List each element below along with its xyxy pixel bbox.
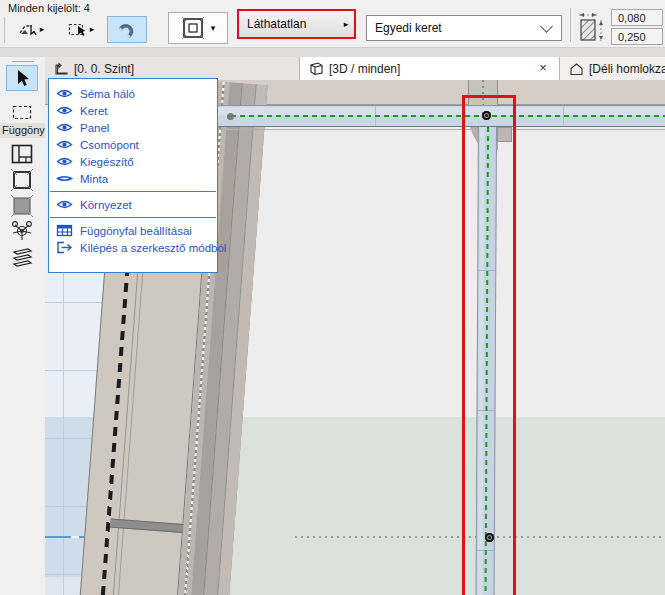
tab-label: [0. 0. Szint]	[74, 62, 134, 76]
junction-icon	[11, 220, 33, 242]
menu-item-kiegeszito[interactable]: Kiegészítő	[49, 153, 217, 170]
eye-closed-icon	[56, 173, 73, 184]
view-tab-bar: [0. 0. Szint] [3D / minden] × [Déli homl…	[45, 57, 665, 80]
elevation-icon	[569, 62, 584, 76]
dropdown-arrow-icon: ▾	[211, 24, 216, 33]
marquee-icon	[12, 105, 32, 120]
arrow-cursor-icon	[14, 69, 30, 87]
junction-tool[interactable]	[7, 219, 37, 243]
archicad-window: Minden kijelölt: 4 ▸ ▸	[0, 0, 665, 595]
hotspot-node[interactable]	[482, 111, 491, 120]
menu-separator	[50, 217, 216, 218]
lasso-select-button[interactable]: ▸	[8, 16, 54, 43]
frame-profile-button[interactable]: ▾	[168, 12, 228, 44]
hotspot-node[interactable]	[485, 533, 494, 542]
menu-separator	[50, 191, 216, 192]
toolbar-separator	[4, 17, 5, 43]
tab-elevation[interactable]: [Déli homlokza	[560, 57, 665, 80]
panel-icon	[10, 195, 34, 217]
select-arrow-tool[interactable]	[7, 66, 37, 90]
scheme-grid-tool[interactable]	[7, 142, 37, 166]
tab-label: [Déli homlokza	[589, 62, 665, 76]
visibility-context-menu: Séma háló Keret Panel Csomópont Kiegészí…	[48, 78, 218, 273]
menu-item-keret[interactable]: Keret	[49, 102, 217, 119]
marquee-select-icon	[68, 22, 88, 38]
marquee-select-button[interactable]: ▸	[58, 16, 104, 43]
close-icon[interactable]: ×	[535, 60, 551, 76]
toolbar-separator	[570, 8, 571, 42]
selection-highlight-rect	[462, 95, 516, 595]
magnet-icon	[117, 21, 137, 39]
floor-plan-icon	[54, 62, 69, 76]
eye-open-icon	[56, 156, 73, 167]
menu-item-kilepes[interactable]: Kilépés a szerkesztő módból	[49, 239, 217, 256]
settings-table-icon	[56, 224, 73, 237]
flyout-arrow-icon: ▸	[40, 25, 45, 34]
eye-open-icon	[56, 88, 73, 99]
flyout-arrow-icon: ▸	[90, 25, 95, 34]
member-end-node[interactable]	[227, 113, 234, 120]
eye-open-icon	[56, 139, 73, 150]
selection-status: Minden kijelölt: 4	[8, 2, 90, 14]
lasso-select-icon	[18, 22, 38, 38]
menu-item-kornyezet[interactable]: Környezet	[49, 196, 217, 213]
frame-dimension-icon	[577, 10, 607, 44]
exit-icon	[56, 241, 73, 254]
tab-floor-plan[interactable]: [0. 0. Szint]	[45, 57, 300, 80]
marquee-tool[interactable]	[7, 100, 37, 124]
frame-tool[interactable]	[7, 168, 37, 192]
frame-profile-icon	[181, 16, 205, 40]
toolbox-sidebar: Függöny	[0, 57, 45, 595]
accessory-icon	[10, 247, 34, 267]
menu-item-fuggonyfal-beallitasai[interactable]: Függönyfal beállításai	[49, 222, 217, 239]
visibility-dropdown[interactable]: Láthatatlan ▸	[237, 9, 356, 39]
magnet-toggle-button[interactable]	[107, 16, 147, 43]
story-dotted-line	[497, 536, 665, 538]
scheme-grid-icon	[11, 144, 33, 164]
chevron-down-icon	[540, 20, 553, 33]
eye-open-icon	[56, 105, 73, 116]
toolbar-lower-band	[0, 47, 665, 57]
visibility-dropdown-value: Láthatatlan	[239, 17, 338, 31]
story-dotted-line	[295, 536, 478, 538]
menu-item-csomopont[interactable]: Csomópont	[49, 136, 217, 153]
toolbox-section-label: Függöny	[0, 123, 45, 138]
cube-icon	[309, 61, 324, 76]
menu-item-panel[interactable]: Panel	[49, 119, 217, 136]
flyout-arrow-icon: ▸	[338, 19, 354, 29]
panel-tool[interactable]	[7, 194, 37, 218]
tab-label: [3D / minden]	[329, 62, 400, 76]
slab-edge	[110, 519, 183, 533]
frame-class-select[interactable]: Egyedi keret	[366, 15, 562, 41]
eye-open-icon	[56, 199, 73, 210]
menu-item-sema-halo[interactable]: Séma háló	[49, 85, 217, 102]
accessory-tool[interactable]	[7, 245, 37, 269]
frame-tool-icon	[10, 169, 34, 191]
eye-open-icon	[56, 122, 73, 133]
toolbox-divider	[12, 61, 34, 62]
menu-item-minta[interactable]: Minta	[49, 170, 217, 187]
frame-depth-field[interactable]	[611, 28, 663, 45]
tab-3d-view[interactable]: [3D / minden] ×	[300, 57, 560, 80]
scheme-grid-line	[63, 220, 64, 595]
selection-reference-line	[231, 115, 665, 117]
frame-width-field[interactable]	[611, 9, 663, 26]
frame-class-value: Egyedi keret	[367, 21, 542, 35]
top-toolbar: Minden kijelölt: 4 ▸ ▸	[0, 0, 665, 47]
